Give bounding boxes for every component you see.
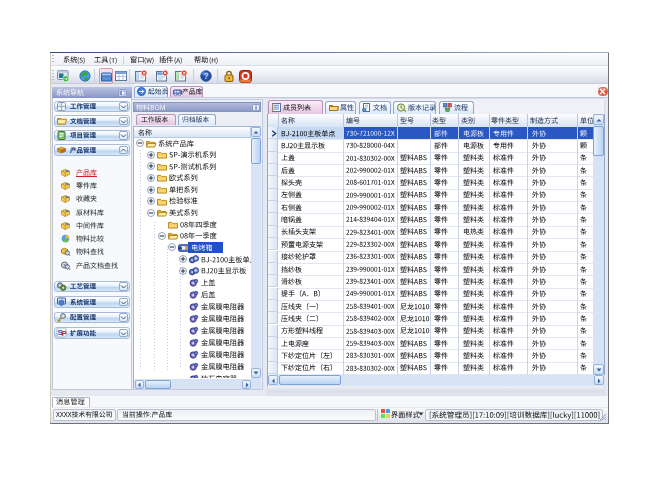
svg-text:P: P	[61, 329, 67, 338]
svg-text:?: ?	[203, 71, 208, 81]
